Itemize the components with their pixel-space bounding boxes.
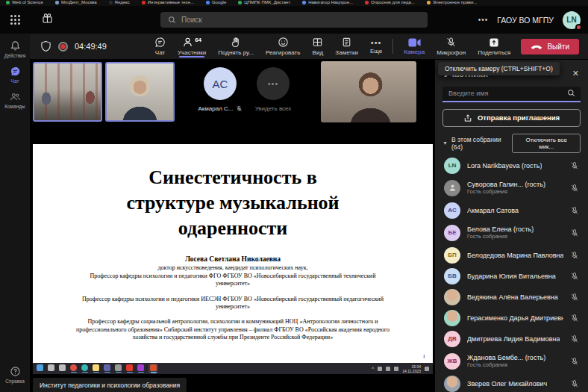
participant-row[interactable]: LN Lora Narikbayeva (гость): [435, 155, 588, 176]
bookmark-item[interactable]: Электронное прави...: [427, 0, 478, 4]
rail-item-chat[interactable]: Чат: [0, 62, 30, 87]
participant-row[interactable]: Зверев Олег Михайлович: [435, 373, 588, 392]
participant-tile-akmaral[interactable]: AC Акмарал С...: [192, 67, 248, 112]
header-more-options-icon[interactable]: •••: [478, 16, 489, 24]
tile-name-label: Акмарал С...: [198, 105, 233, 112]
participant-row[interactable]: Герасименко Дарья Дмитриевна: [435, 308, 588, 329]
chrome-taskbar-icon[interactable]: [70, 364, 77, 373]
participant-row[interactable]: БЕ Белова Елена (гость) Гость собрания: [435, 221, 588, 245]
see-all-tile[interactable]: ••• Увидеть всех: [245, 67, 301, 112]
battery-icon[interactable]: [378, 367, 382, 371]
video-thumbnail-speaker[interactable]: [105, 62, 175, 122]
mic-off-icon: [570, 379, 579, 388]
participant-row[interactable]: Ведякина Алёна Валерьевна: [435, 287, 588, 308]
slide-author: Лосева Светлана Николаевна: [33, 255, 433, 263]
participant-name: Lora Narikbayeva (гость): [467, 162, 542, 169]
mute-all-button[interactable]: Отключить все мик...: [512, 134, 581, 153]
share-invite-icon: [463, 113, 472, 122]
network-icon[interactable]: [386, 367, 390, 371]
account-avatar[interactable]: LN: [563, 11, 581, 29]
participant-avatar: ДВ: [444, 331, 460, 347]
toolbar-chat-button[interactable]: Чат: [148, 34, 172, 59]
bookmark-item[interactable]: МпгДепт_Москва: [55, 0, 97, 4]
explorer-taskbar-icon[interactable]: [93, 364, 99, 373]
rail-item-teams[interactable]: Команды: [0, 87, 30, 113]
onenote-taskbar-icon[interactable]: [115, 364, 122, 373]
phone-hangup-icon: [531, 43, 542, 49]
app-launcher-waffle-icon[interactable]: [10, 15, 20, 25]
slide-text-line: Профессор кафедры социальной антропологи…: [75, 318, 391, 341]
bookmark-item[interactable]: Google: [206, 0, 226, 4]
participant-name: Жданова Бембе... (гость): [467, 354, 545, 361]
mic-off-icon: [570, 228, 579, 237]
bookmark-item[interactable]: Яндекс: [109, 0, 130, 4]
volume-icon[interactable]: [394, 367, 398, 371]
mic-off-icon: [570, 293, 579, 302]
mic-off-icon: [570, 251, 579, 260]
participant-row[interactable]: ДВ Дмитриева Лидия Вадимовна: [435, 329, 588, 349]
participant-row[interactable]: АС Акмарал Сатова: [435, 200, 588, 221]
toolbar-more-button[interactable]: ••• Еще: [364, 34, 388, 59]
toolbar-divider: [392, 39, 393, 54]
toolbar-camera-button[interactable]: Камера: [398, 34, 431, 59]
slide-text-line: доктор искусствоведения, кандидат психол…: [75, 264, 391, 272]
search-taskbar-icon[interactable]: [48, 364, 54, 373]
video-thumbnail-presenter[interactable]: [321, 61, 416, 122]
chat-icon: [10, 66, 21, 77]
hidden-icons-chevron[interactable]: ^: [372, 366, 374, 371]
toolbar-notes-button[interactable]: Заметки: [329, 34, 364, 59]
global-search-input[interactable]: Поиск: [160, 12, 428, 28]
task-view-taskbar-icon[interactable]: [59, 364, 66, 373]
bookmark-item[interactable]: Навигатор Нацпрое...: [302, 0, 353, 4]
action-center-icon[interactable]: [425, 367, 429, 371]
share-screen-icon: [489, 37, 499, 48]
teams-taskbar-icon[interactable]: [104, 364, 110, 373]
in-meeting-section-label[interactable]: ▼ В этом собрании (64): [442, 136, 512, 151]
toolbar-participants-button[interactable]: 64 Участники: [172, 34, 212, 59]
leave-meeting-button[interactable]: Выйти: [521, 39, 579, 55]
participant-row[interactable]: БП Белодедова Марина Павловна: [435, 245, 588, 266]
participant-row[interactable]: Суворова Галин... (гость) Гость собрания: [435, 176, 588, 200]
toolbar-raise-hand-button[interactable]: Поднять ру...: [212, 34, 260, 59]
participant-name: Ведякина Алёна Валерьевна: [467, 293, 558, 301]
toolbar-mic-button[interactable]: Микрофон: [431, 34, 472, 59]
camera-tooltip: Отключить камеру (CTRL+SHIFT+O): [438, 62, 560, 75]
view-grid-icon: [312, 37, 323, 48]
bookmark-item[interactable]: Опросник для педа...: [365, 0, 415, 4]
edge-taskbar-icon[interactable]: [81, 364, 88, 373]
powerpoint-taskbar-icon[interactable]: [148, 364, 158, 373]
avatar-initials: AC: [204, 67, 237, 100]
participant-avatar: БП: [444, 247, 460, 264]
participant-search-input[interactable]: [442, 87, 581, 102]
video-thumbnail-room[interactable]: [33, 62, 102, 122]
toolbar-react-button[interactable]: Реагировать: [260, 34, 306, 59]
mic-off-icon: [445, 37, 457, 48]
notes-icon: [341, 37, 352, 48]
participant-row[interactable]: ЖВ Жданова Бембе... (гость) Гость собран…: [435, 349, 588, 373]
participant-avatar: [444, 376, 460, 392]
participant-name: Дмитриева Лидия Вадимовна: [467, 335, 560, 343]
mic-off-icon: [570, 272, 579, 281]
favicon: [302, 1, 306, 4]
rail-item-help[interactable]: Справка: [0, 362, 30, 388]
bookmark-item[interactable]: Web of Science: [6, 0, 43, 4]
taskbar-clock[interactable]: 15:04 14.11.2023: [402, 364, 421, 373]
close-panel-icon[interactable]: ✕: [572, 69, 579, 78]
participant-row[interactable]: БВ Бударина Юлия Витальевна: [435, 266, 588, 287]
toolbar-share-button[interactable]: Поделиться: [472, 34, 516, 59]
bookmark-item[interactable]: ЦПМПК ПМК_Дистант: [238, 0, 290, 4]
start-taskbar-icon[interactable]: [37, 364, 43, 373]
mic-off-icon: [570, 184, 579, 193]
participants-list: LN Lora Narikbayeva (гость) Суворова Гал…: [435, 155, 588, 392]
bell-icon: [10, 40, 21, 52]
word-taskbar-icon[interactable]: [137, 364, 144, 373]
participant-role: Гость собрания: [467, 361, 545, 368]
participants-count-badge: 64: [195, 37, 201, 43]
send-invite-button[interactable]: Отправка приглашения: [442, 109, 581, 127]
toolbar-view-button[interactable]: Вид: [306, 34, 329, 59]
security-shield-icon[interactable]: [40, 40, 51, 52]
org-name[interactable]: ГАОУ ВО МГПУ: [497, 16, 554, 25]
rail-item-activity[interactable]: Действия: [0, 37, 30, 62]
bookmark-item[interactable]: Интерактивные техн...: [142, 0, 194, 4]
acrobat-taskbar-icon[interactable]: [126, 364, 133, 373]
